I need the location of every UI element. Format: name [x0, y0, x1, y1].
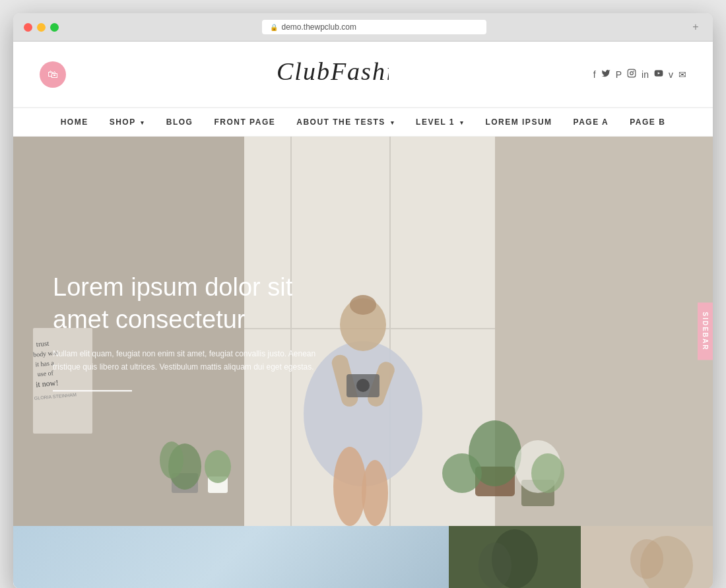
window-controls — [24, 23, 59, 32]
instagram-icon[interactable] — [627, 69, 636, 80]
svg-text:trust: trust — [36, 339, 50, 348]
svg-point-25 — [333, 447, 366, 526]
about-dropdown-arrow: ▾ — [391, 119, 395, 126]
nav-item-lorem: LOREM IPSUM — [475, 108, 562, 136]
nav-link-home[interactable]: HOME — [50, 108, 99, 136]
linkedin-icon[interactable]: in — [642, 69, 649, 80]
site-header: 🛍 ClubFashion f P in v — [13, 42, 713, 108]
svg-point-50 — [630, 539, 663, 579]
maximize-button[interactable] — [50, 23, 59, 32]
nav-link-lorem[interactable]: LOREM IPSUM — [475, 108, 562, 136]
svg-point-26 — [362, 460, 388, 526]
hero-title: Lorem ipsum dolor sit amet consectetur — [53, 271, 317, 337]
hero-text-content: Lorem ipsum dolor sit amet consectetur N… — [53, 271, 317, 391]
url-bar-container: 🔒 demo.thewpclub.com — [67, 20, 681, 34]
level1-dropdown-arrow: ▾ — [460, 119, 465, 126]
url-text: demo.thewpclub.com — [282, 22, 356, 32]
minimize-button[interactable] — [37, 23, 46, 32]
svg-point-31 — [205, 450, 231, 483]
nav-item-frontpage: FRONT PAGE — [203, 108, 286, 136]
nav-link-pagea[interactable]: PAGE A — [563, 108, 620, 136]
svg-point-34 — [442, 453, 482, 493]
pinterest-icon[interactable]: P — [616, 69, 622, 80]
svg-point-29 — [160, 441, 183, 478]
svg-point-20 — [350, 295, 376, 315]
sidebar-button[interactable]: SIDEBAR — [698, 302, 713, 360]
thumbnail-2[interactable] — [449, 526, 581, 588]
site-logo: ClubFashion — [270, 53, 389, 95]
browser-toolbar: 🔒 demo.thewpclub.com + — [13, 13, 713, 42]
nav-item-pagea: PAGE A — [563, 108, 620, 136]
nav-link-about[interactable]: ABOUT THE TESTS ▾ — [286, 108, 405, 136]
nav-link-level1[interactable]: LEVEL 1 ▾ — [405, 108, 475, 136]
svg-point-47 — [478, 542, 512, 588]
thumbnail-3[interactable] — [581, 526, 713, 588]
browser-window: 🔒 demo.thewpclub.com + 🛍 ClubFashion f P — [13, 13, 713, 588]
nav-link-shop[interactable]: SHOP ▾ — [99, 108, 156, 136]
svg-point-2 — [630, 72, 634, 75]
svg-text:use of: use of — [37, 369, 54, 377]
svg-point-3 — [634, 71, 634, 72]
main-navigation: HOME SHOP ▾ BLOG FRONT PAGE ABOUT THE TE… — [13, 108, 713, 137]
nav-link-blog[interactable]: BLOG — [156, 108, 204, 136]
svg-text:ClubFashion: ClubFashion — [277, 57, 389, 85]
nav-list: HOME SHOP ▾ BLOG FRONT PAGE ABOUT THE TE… — [50, 108, 676, 136]
shop-dropdown-arrow: ▾ — [141, 119, 145, 126]
nav-item-home: HOME — [50, 108, 99, 136]
svg-rect-1 — [628, 69, 636, 77]
facebook-icon[interactable]: f — [593, 69, 596, 80]
nav-link-frontpage[interactable]: FRONT PAGE — [203, 108, 286, 136]
nav-item-about: ABOUT THE TESTS ▾ — [286, 108, 405, 136]
social-icons-group: f P in v ✉ — [593, 69, 686, 80]
logo-svg: ClubFashion — [270, 53, 389, 90]
svg-point-24 — [356, 379, 370, 392]
nav-item-blog: BLOG — [156, 108, 204, 136]
thumbnail-strip — [13, 526, 713, 588]
hero-divider — [53, 390, 132, 391]
new-tab-button[interactable]: + — [689, 20, 702, 34]
url-bar[interactable]: 🔒 demo.thewpclub.com — [262, 20, 486, 34]
close-button[interactable] — [24, 23, 32, 32]
lock-icon: 🔒 — [270, 24, 278, 31]
nav-item-pageb: PAGE B — [619, 108, 676, 136]
vimeo-icon[interactable]: v — [669, 69, 673, 80]
nav-item-shop: SHOP ▾ — [99, 108, 156, 136]
nav-link-pageb[interactable]: PAGE B — [619, 108, 676, 136]
hero-section: trust body w/o it has a use of it now! G… — [13, 137, 713, 526]
svg-point-37 — [531, 453, 564, 493]
website-content: 🛍 ClubFashion f P in v — [13, 42, 713, 588]
nav-item-level1: LEVEL 1 ▾ — [405, 108, 475, 136]
cart-icon[interactable]: 🛍 — [40, 61, 66, 88]
youtube-icon[interactable] — [654, 69, 663, 80]
hero-description: Nullam elit quam, feugiat non enim sit a… — [53, 347, 317, 374]
twitter-icon[interactable] — [601, 69, 610, 80]
email-icon[interactable]: ✉ — [678, 69, 686, 80]
thumbnail-1[interactable] — [13, 526, 449, 588]
